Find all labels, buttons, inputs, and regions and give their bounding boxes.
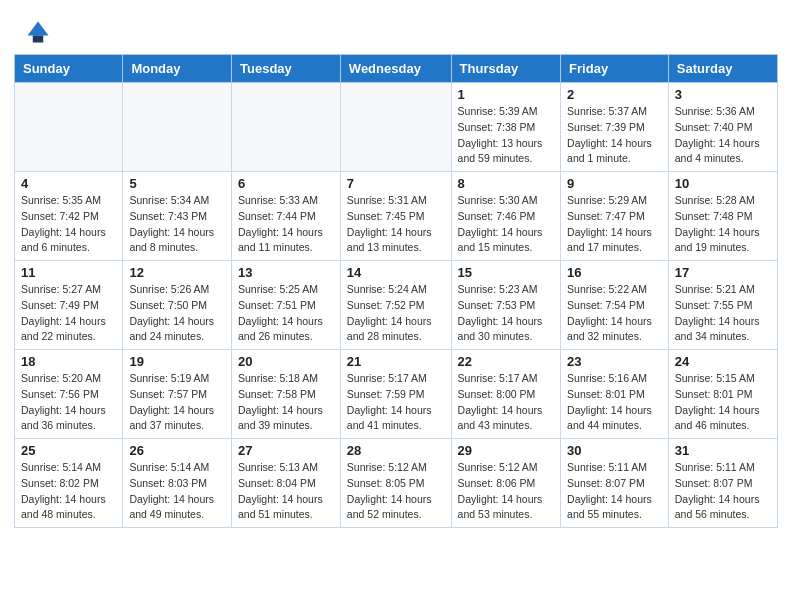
day-number: 19: [129, 354, 225, 369]
day-info: Sunrise: 5:14 AM Sunset: 8:02 PM Dayligh…: [21, 460, 116, 523]
day-number: 28: [347, 443, 445, 458]
day-number: 15: [458, 265, 554, 280]
day-number: 16: [567, 265, 662, 280]
calendar-cell: 1Sunrise: 5:39 AM Sunset: 7:38 PM Daylig…: [451, 83, 560, 172]
calendar-cell: 9Sunrise: 5:29 AM Sunset: 7:47 PM Daylig…: [561, 172, 669, 261]
calendar-cell: 31Sunrise: 5:11 AM Sunset: 8:07 PM Dayli…: [668, 439, 777, 528]
day-info: Sunrise: 5:14 AM Sunset: 8:03 PM Dayligh…: [129, 460, 225, 523]
day-number: 4: [21, 176, 116, 191]
day-number: 25: [21, 443, 116, 458]
svg-marker-0: [28, 22, 49, 36]
day-info: Sunrise: 5:18 AM Sunset: 7:58 PM Dayligh…: [238, 371, 334, 434]
day-number: 3: [675, 87, 771, 102]
svg-rect-1: [33, 36, 44, 43]
calendar-cell: 4Sunrise: 5:35 AM Sunset: 7:42 PM Daylig…: [15, 172, 123, 261]
day-info: Sunrise: 5:39 AM Sunset: 7:38 PM Dayligh…: [458, 104, 554, 167]
day-info: Sunrise: 5:12 AM Sunset: 8:05 PM Dayligh…: [347, 460, 445, 523]
day-number: 18: [21, 354, 116, 369]
calendar-cell: [232, 83, 341, 172]
calendar-cell: 15Sunrise: 5:23 AM Sunset: 7:53 PM Dayli…: [451, 261, 560, 350]
calendar-cell: 3Sunrise: 5:36 AM Sunset: 7:40 PM Daylig…: [668, 83, 777, 172]
calendar-cell: [340, 83, 451, 172]
day-info: Sunrise: 5:25 AM Sunset: 7:51 PM Dayligh…: [238, 282, 334, 345]
calendar-cell: 18Sunrise: 5:20 AM Sunset: 7:56 PM Dayli…: [15, 350, 123, 439]
calendar-cell: 12Sunrise: 5:26 AM Sunset: 7:50 PM Dayli…: [123, 261, 232, 350]
calendar-cell: 27Sunrise: 5:13 AM Sunset: 8:04 PM Dayli…: [232, 439, 341, 528]
calendar-cell: 19Sunrise: 5:19 AM Sunset: 7:57 PM Dayli…: [123, 350, 232, 439]
day-info: Sunrise: 5:28 AM Sunset: 7:48 PM Dayligh…: [675, 193, 771, 256]
calendar-week-1: 1Sunrise: 5:39 AM Sunset: 7:38 PM Daylig…: [15, 83, 778, 172]
day-info: Sunrise: 5:36 AM Sunset: 7:40 PM Dayligh…: [675, 104, 771, 167]
day-number: 20: [238, 354, 334, 369]
calendar-cell: 17Sunrise: 5:21 AM Sunset: 7:55 PM Dayli…: [668, 261, 777, 350]
calendar-container: SundayMondayTuesdayWednesdayThursdayFrid…: [0, 54, 792, 542]
day-info: Sunrise: 5:24 AM Sunset: 7:52 PM Dayligh…: [347, 282, 445, 345]
day-info: Sunrise: 5:13 AM Sunset: 8:04 PM Dayligh…: [238, 460, 334, 523]
day-number: 23: [567, 354, 662, 369]
calendar-table: SundayMondayTuesdayWednesdayThursdayFrid…: [14, 54, 778, 528]
day-number: 31: [675, 443, 771, 458]
day-number: 30: [567, 443, 662, 458]
day-info: Sunrise: 5:17 AM Sunset: 7:59 PM Dayligh…: [347, 371, 445, 434]
day-number: 26: [129, 443, 225, 458]
calendar-cell: 14Sunrise: 5:24 AM Sunset: 7:52 PM Dayli…: [340, 261, 451, 350]
day-info: Sunrise: 5:27 AM Sunset: 7:49 PM Dayligh…: [21, 282, 116, 345]
day-info: Sunrise: 5:16 AM Sunset: 8:01 PM Dayligh…: [567, 371, 662, 434]
calendar-cell: 21Sunrise: 5:17 AM Sunset: 7:59 PM Dayli…: [340, 350, 451, 439]
day-info: Sunrise: 5:15 AM Sunset: 8:01 PM Dayligh…: [675, 371, 771, 434]
day-info: Sunrise: 5:22 AM Sunset: 7:54 PM Dayligh…: [567, 282, 662, 345]
calendar-cell: 25Sunrise: 5:14 AM Sunset: 8:02 PM Dayli…: [15, 439, 123, 528]
logo: [24, 18, 56, 46]
day-info: Sunrise: 5:37 AM Sunset: 7:39 PM Dayligh…: [567, 104, 662, 167]
calendar-cell: [15, 83, 123, 172]
day-info: Sunrise: 5:35 AM Sunset: 7:42 PM Dayligh…: [21, 193, 116, 256]
day-info: Sunrise: 5:11 AM Sunset: 8:07 PM Dayligh…: [567, 460, 662, 523]
calendar-week-2: 4Sunrise: 5:35 AM Sunset: 7:42 PM Daylig…: [15, 172, 778, 261]
calendar-cell: 13Sunrise: 5:25 AM Sunset: 7:51 PM Dayli…: [232, 261, 341, 350]
day-info: Sunrise: 5:11 AM Sunset: 8:07 PM Dayligh…: [675, 460, 771, 523]
calendar-header-saturday: Saturday: [668, 55, 777, 83]
calendar-cell: 6Sunrise: 5:33 AM Sunset: 7:44 PM Daylig…: [232, 172, 341, 261]
calendar-cell: 22Sunrise: 5:17 AM Sunset: 8:00 PM Dayli…: [451, 350, 560, 439]
calendar-cell: 30Sunrise: 5:11 AM Sunset: 8:07 PM Dayli…: [561, 439, 669, 528]
day-number: 8: [458, 176, 554, 191]
day-info: Sunrise: 5:30 AM Sunset: 7:46 PM Dayligh…: [458, 193, 554, 256]
day-info: Sunrise: 5:34 AM Sunset: 7:43 PM Dayligh…: [129, 193, 225, 256]
calendar-cell: 11Sunrise: 5:27 AM Sunset: 7:49 PM Dayli…: [15, 261, 123, 350]
day-number: 21: [347, 354, 445, 369]
day-info: Sunrise: 5:23 AM Sunset: 7:53 PM Dayligh…: [458, 282, 554, 345]
day-number: 11: [21, 265, 116, 280]
day-number: 1: [458, 87, 554, 102]
calendar-cell: 8Sunrise: 5:30 AM Sunset: 7:46 PM Daylig…: [451, 172, 560, 261]
calendar-header-wednesday: Wednesday: [340, 55, 451, 83]
calendar-header-sunday: Sunday: [15, 55, 123, 83]
day-number: 13: [238, 265, 334, 280]
calendar-week-5: 25Sunrise: 5:14 AM Sunset: 8:02 PM Dayli…: [15, 439, 778, 528]
calendar-cell: 7Sunrise: 5:31 AM Sunset: 7:45 PM Daylig…: [340, 172, 451, 261]
calendar-week-4: 18Sunrise: 5:20 AM Sunset: 7:56 PM Dayli…: [15, 350, 778, 439]
day-number: 27: [238, 443, 334, 458]
day-info: Sunrise: 5:20 AM Sunset: 7:56 PM Dayligh…: [21, 371, 116, 434]
day-number: 22: [458, 354, 554, 369]
calendar-cell: [123, 83, 232, 172]
calendar-week-3: 11Sunrise: 5:27 AM Sunset: 7:49 PM Dayli…: [15, 261, 778, 350]
calendar-header-thursday: Thursday: [451, 55, 560, 83]
day-info: Sunrise: 5:33 AM Sunset: 7:44 PM Dayligh…: [238, 193, 334, 256]
day-number: 10: [675, 176, 771, 191]
day-number: 5: [129, 176, 225, 191]
calendar-cell: 10Sunrise: 5:28 AM Sunset: 7:48 PM Dayli…: [668, 172, 777, 261]
day-info: Sunrise: 5:31 AM Sunset: 7:45 PM Dayligh…: [347, 193, 445, 256]
calendar-cell: 5Sunrise: 5:34 AM Sunset: 7:43 PM Daylig…: [123, 172, 232, 261]
calendar-header-tuesday: Tuesday: [232, 55, 341, 83]
calendar-cell: 28Sunrise: 5:12 AM Sunset: 8:05 PM Dayli…: [340, 439, 451, 528]
day-info: Sunrise: 5:21 AM Sunset: 7:55 PM Dayligh…: [675, 282, 771, 345]
calendar-cell: 23Sunrise: 5:16 AM Sunset: 8:01 PM Dayli…: [561, 350, 669, 439]
day-number: 9: [567, 176, 662, 191]
calendar-cell: 16Sunrise: 5:22 AM Sunset: 7:54 PM Dayli…: [561, 261, 669, 350]
calendar-header-monday: Monday: [123, 55, 232, 83]
logo-icon: [24, 18, 52, 46]
day-number: 2: [567, 87, 662, 102]
page-header: [0, 0, 792, 54]
day-number: 24: [675, 354, 771, 369]
calendar-cell: 2Sunrise: 5:37 AM Sunset: 7:39 PM Daylig…: [561, 83, 669, 172]
